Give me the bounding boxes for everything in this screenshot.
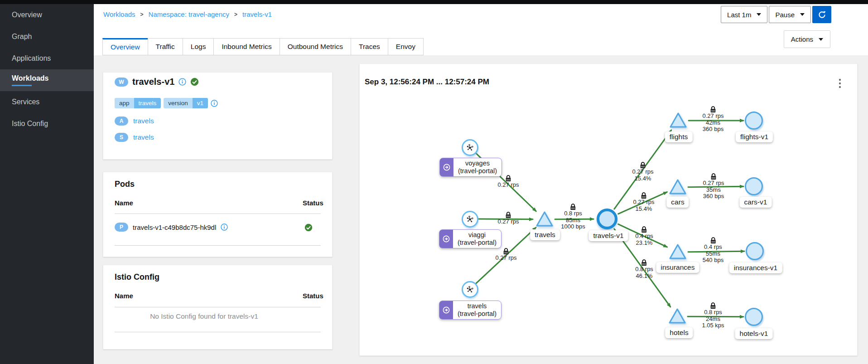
service-badge: S (115, 133, 128, 142)
health-check-icon (190, 78, 199, 86)
tab-outbound-metrics[interactable]: Outbound Metrics (280, 38, 351, 55)
caret-down-icon (819, 38, 823, 41)
edge-label-line: 15.4% (635, 175, 651, 182)
workload-title: travels-v1 (132, 77, 174, 87)
edge-label-line: 0.8 rps (635, 266, 653, 273)
edge-label-line: 46.1% (636, 273, 653, 280)
edge-label-line: 360 bps (703, 193, 724, 200)
refresh-mode-label: Pause (775, 11, 795, 19)
node-label-voyages[interactable]: voyages(travel-portal) (439, 158, 502, 177)
mtls-lock-icon (710, 173, 716, 180)
sidebar-item-applications[interactable]: Applications (0, 48, 94, 69)
node-label-insurances[interactable]: insurances (656, 262, 699, 273)
sidebar-item-overview[interactable]: Overview (0, 4, 94, 26)
info-icon[interactable] (178, 78, 186, 86)
info-icon[interactable] (211, 100, 218, 107)
tab-overview[interactable]: Overview (102, 38, 148, 55)
node-travels[interactable] (535, 210, 554, 229)
node-label-flights-v1[interactable]: flights-v1 (736, 131, 773, 142)
divider (115, 307, 321, 307)
workload-labels: apptravelsversionv1 (115, 98, 218, 108)
node-label-insurances-v1[interactable]: insurances-v1 (729, 262, 782, 273)
mtls-lock-icon (641, 259, 647, 266)
sidebar-item-label: Applications (12, 54, 94, 63)
tab-traffic[interactable]: Traffic (148, 38, 183, 55)
page-header: Workloads>Namespace: travel-agency>trave… (94, 4, 868, 55)
node-travels-portal[interactable] (462, 281, 478, 298)
breadcrumb-separator: > (234, 11, 237, 18)
mtls-lock-icon (503, 248, 509, 255)
actions-label: Actions (791, 35, 813, 43)
node-label-cars-v1[interactable]: cars-v1 (740, 197, 772, 208)
node-hotels-v1[interactable] (745, 308, 763, 326)
node-label-hotels[interactable]: hotels (665, 327, 693, 338)
sidebar-item-istio-config[interactable]: Istio Config (0, 113, 94, 135)
edge-label-travels-v1-insurances: 0.4 rps23.1% (635, 226, 653, 246)
edge-label-line: 540 bps (703, 257, 723, 264)
sidebar-item-workloads[interactable]: Workloads (0, 69, 94, 91)
kebab-menu[interactable] (836, 78, 844, 91)
detail-tabs: OverviewTrafficLogsInbound MetricsOutbou… (103, 38, 424, 55)
node-label-cars[interactable]: cars (666, 197, 689, 208)
node-label-viaggi[interactable]: viaggi(travel-portal) (439, 229, 502, 248)
breadcrumb-link-namespace-travel-agency[interactable]: Namespace: travel-agency (149, 10, 229, 18)
app-badge: A (115, 116, 128, 126)
app-group-icon (439, 301, 453, 319)
sync-icon (818, 11, 826, 19)
tab-inbound-metrics[interactable]: Inbound Metrics (213, 38, 280, 55)
node-voyages[interactable] (462, 139, 478, 156)
tab-logs[interactable]: Logs (183, 38, 214, 55)
node-hotels[interactable] (668, 307, 687, 326)
edge-label-line: 1000 bps (561, 223, 585, 230)
breadcrumb-link-travels-v1[interactable]: travels-v1 (242, 10, 272, 18)
node-label-hotels-v1[interactable]: hotels-v1 (735, 328, 773, 339)
edge-label-cars-cars-v1: 0.27 rps35ms360 bps (703, 173, 724, 200)
node-insurances-v1[interactable] (746, 242, 764, 260)
edge-label-insurances-insurances-v1: 0.4 rps55ms540 bps (703, 237, 723, 264)
refresh-button[interactable] (812, 6, 831, 23)
duration-label: Last 1m (727, 11, 751, 19)
edge-label-line: 0.4 rps (635, 233, 653, 240)
node-label-travels-v1[interactable]: travels-v1 (588, 230, 628, 241)
node-label-travels[interactable]: travels (530, 229, 560, 240)
tab-envoy[interactable]: Envoy (388, 38, 424, 55)
node-flights-v1[interactable] (745, 112, 763, 130)
table-row[interactable]: Ptravels-v1-c49b8dc75-hk9dl (103, 214, 332, 245)
node-insurances[interactable] (668, 243, 687, 262)
node-travels-v1[interactable] (597, 209, 617, 229)
edge-label-travels-v1-cars: 0.27 rps15.4% (633, 192, 655, 212)
edge-label-flights-flights-v1: 0.27 rps42ms360 bps (703, 106, 724, 133)
tab-traces[interactable]: Traces (351, 38, 388, 55)
sidebar-nav: OverviewGraphApplicationsWorkloadsServic… (0, 4, 94, 364)
mtls-lock-icon (710, 237, 716, 244)
node-viaggi[interactable] (462, 211, 478, 228)
refresh-mode-dropdown[interactable]: Pause (769, 6, 811, 23)
mtls-lock-icon (710, 302, 716, 309)
node-cars-v1[interactable] (745, 177, 763, 195)
duration-dropdown[interactable]: Last 1m (721, 6, 767, 23)
app-group-icon (439, 230, 453, 248)
sidebar-item-label: Services (12, 98, 94, 106)
node-cars[interactable] (668, 178, 687, 197)
edge-label-line: 85ms (566, 217, 580, 224)
edge-label-line: 0.27 rps (632, 169, 654, 175)
node-sublabel-line: (travel-portal) (458, 310, 497, 318)
edge-label-line: 0.27 rps (498, 182, 519, 189)
graph-canvas[interactable]: 0.27 rps0.27 rps0.27 rps0.8 rps85ms1000 … (360, 64, 857, 355)
pod-name-cell: Ptravels-v1-c49b8dc75-hk9dl (115, 223, 228, 232)
edge-label-line: 42ms (706, 120, 720, 126)
info-icon[interactable] (221, 223, 228, 231)
breadcrumb-link-workloads[interactable]: Workloads (103, 10, 135, 18)
node-flights[interactable] (669, 112, 688, 131)
istio-config-card: Istio Config Name Status No Istio Config… (103, 265, 333, 349)
node-label-travels-portal[interactable]: travels(travel-portal) (439, 301, 502, 320)
sidebar-item-graph[interactable]: Graph (0, 26, 94, 48)
node-label-flights[interactable]: flights (665, 131, 693, 142)
edge-label-line: 23.1% (636, 240, 653, 247)
masthead-bar (0, 0, 868, 4)
service-link[interactable]: travels (133, 133, 154, 141)
sidebar-item-services[interactable]: Services (0, 91, 94, 113)
app-link[interactable]: travels (133, 117, 154, 125)
pod-badge: P (115, 223, 128, 232)
actions-dropdown[interactable]: Actions (784, 30, 830, 48)
